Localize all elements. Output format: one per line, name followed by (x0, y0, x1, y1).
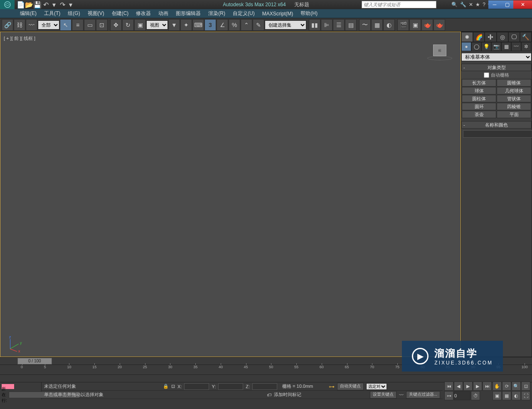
render-frame-icon[interactable]: ▣ (409, 19, 421, 31)
layer-manager-icon[interactable]: ☰ (333, 19, 345, 31)
teapot-button[interactable]: 茶壶 (462, 111, 496, 118)
app-menu-button[interactable] (0, 0, 15, 9)
menu-rendering[interactable]: 渲染(R) (208, 10, 225, 17)
schematic-view-icon[interactable]: ▦ (371, 19, 383, 31)
new-icon[interactable]: 📄 (17, 1, 25, 8)
star-icon[interactable]: ★ (475, 2, 480, 7)
binoculars-icon[interactable]: 🔍 (451, 2, 458, 7)
lock-icon[interactable]: 🔒 (163, 384, 169, 389)
cameras-icon[interactable]: 📷 (491, 42, 501, 51)
align-icon[interactable]: ⊫ (321, 19, 332, 31)
viewport-label[interactable]: [ + ][ 前 ][ 线框 ] (4, 35, 35, 42)
mirror-icon[interactable]: ▮▮ (309, 19, 320, 31)
systems-icon[interactable]: ✲ (521, 42, 531, 51)
arc-rotate-icon[interactable]: ⟳ (502, 382, 511, 391)
current-frame-input[interactable] (454, 391, 470, 400)
render-icon[interactable]: 🫖 (421, 19, 433, 31)
play-icon[interactable]: ▶ (463, 382, 473, 391)
hierarchy-tab-icon[interactable]: 🕂 (485, 32, 496, 42)
menu-help[interactable]: 帮助(H) (300, 10, 318, 17)
x-input[interactable] (184, 383, 209, 390)
bind-space-warp-icon[interactable]: 〰 (26, 19, 37, 31)
viewport[interactable]: [ + ][ 前 ][ 线框 ] 前 z y x (0, 32, 461, 357)
save-icon[interactable]: 💾 (34, 1, 41, 8)
helpers-icon[interactable]: ▦ (501, 42, 511, 51)
menu-group[interactable]: 组(G) (68, 10, 80, 17)
time-slider-thumb[interactable]: 0 / 100 (17, 358, 52, 364)
rollout-object-type[interactable]: -对象类型 (461, 64, 532, 71)
plane-button[interactable]: 平面 (497, 111, 531, 118)
rectangle-select-icon[interactable]: ▭ (84, 19, 96, 31)
menu-graph-editors[interactable]: 图形编辑器 (176, 10, 201, 17)
redo-icon[interactable]: ↷ (59, 1, 66, 8)
unlink-icon[interactable]: ⛓ (14, 19, 25, 31)
menu-views[interactable]: 视图(V) (88, 10, 104, 17)
search-input[interactable] (362, 1, 436, 8)
redo-dropdown-icon[interactable]: ▾ (67, 1, 74, 8)
exchange-icon[interactable]: ✕ (469, 2, 473, 7)
key-mode-combo[interactable]: 选定对 (366, 383, 387, 390)
select-object-icon[interactable]: ↖ (60, 19, 71, 31)
time-tag-icon[interactable]: 🏷 (267, 392, 271, 397)
edit-named-sel-icon[interactable]: ✎ (253, 19, 264, 31)
object-name-input[interactable] (463, 130, 532, 138)
goto-start-icon[interactable]: ⏮ (444, 382, 453, 391)
tube-button[interactable]: 管状体 (497, 95, 531, 102)
selection-filter-combo[interactable]: 全部 (38, 20, 59, 30)
zoom-icon[interactable]: 🔍 (512, 382, 521, 391)
shapes-icon[interactable]: ◯ (471, 42, 481, 51)
manipulate-icon[interactable]: ✦ (180, 19, 192, 31)
spinner-snap-icon[interactable]: ⌃ (241, 19, 252, 31)
primitive-category-combo[interactable]: 标准基本体 (461, 53, 532, 61)
set-key-button[interactable]: 设置关键点 (370, 391, 397, 399)
space-warps-icon[interactable]: 〰 (511, 42, 521, 51)
torus-button[interactable]: 圆环 (462, 103, 496, 110)
help-icon[interactable]: ? (483, 2, 485, 7)
reference-coord-combo[interactable]: 视图 (146, 20, 168, 30)
create-tab-icon[interactable]: ✹ (461, 32, 473, 42)
undo-icon[interactable]: ↶ (42, 1, 49, 8)
named-selection-combo[interactable]: 创建选择集 (265, 20, 306, 30)
geometry-icon[interactable]: ● (461, 42, 471, 51)
close-button[interactable]: ✕ (513, 0, 532, 9)
autogrid-checkbox[interactable] (484, 72, 489, 78)
keyboard-shortcut-icon[interactable]: ⌨ (192, 19, 204, 31)
percent-snap-icon[interactable]: % (229, 19, 240, 31)
move-icon[interactable]: ✥ (110, 19, 122, 31)
menu-modifiers[interactable]: 修改器 (136, 10, 151, 17)
time-config-icon[interactable]: ⏱ (471, 391, 480, 400)
undo-dropdown-icon[interactable]: ▾ (50, 1, 58, 8)
key-filters-button[interactable]: 关键点过滤器... (406, 391, 440, 399)
add-time-tag[interactable]: 添加时间标记 (274, 392, 301, 398)
fov-icon[interactable]: ◐ (512, 391, 521, 400)
modify-tab-icon[interactable]: 🌈 (473, 32, 485, 42)
max-viewport-icon[interactable]: ⛶ (521, 391, 530, 400)
zoom-extents-icon[interactable]: ▣ (493, 391, 502, 400)
angle-snap-icon[interactable]: ∠ (217, 19, 228, 31)
pyramid-button[interactable]: 四棱锥 (497, 103, 531, 110)
isolate-icon[interactable]: ⊡ (171, 384, 175, 389)
viewcube-face[interactable]: 前 (433, 45, 446, 56)
display-tab-icon[interactable]: 🖵 (508, 32, 520, 42)
rotate-icon[interactable]: ↻ (122, 19, 134, 31)
cylinder-button[interactable]: 圆柱体 (462, 95, 496, 102)
link-icon[interactable]: 🔗 (2, 19, 13, 31)
menu-edit[interactable]: 编辑(E) (20, 10, 37, 17)
select-by-name-icon[interactable]: ≡ (72, 19, 84, 31)
menu-animation[interactable]: 动画 (158, 10, 168, 17)
maximize-button[interactable]: ▢ (501, 0, 513, 9)
next-frame-icon[interactable]: ▶ (473, 382, 482, 391)
window-crossing-icon[interactable]: ⊡ (96, 19, 108, 31)
render-production-icon[interactable]: 🫖 (433, 19, 445, 31)
auto-key-button[interactable]: 自动关键点 (337, 383, 364, 390)
minimize-button[interactable]: ─ (488, 0, 501, 9)
utilities-tab-icon[interactable]: 🔨 (520, 32, 532, 42)
zoom-extents-all-icon[interactable]: ▦ (502, 391, 511, 400)
prev-frame-icon[interactable]: ◀ (454, 382, 463, 391)
render-setup-icon[interactable]: 🎬 (397, 19, 409, 31)
wrench-icon[interactable]: 🔧 (460, 2, 466, 7)
key-mode-icon[interactable]: ⊶ (444, 391, 453, 400)
pivot-center-icon[interactable]: ▼ (168, 19, 180, 31)
graphite-ribbon-icon[interactable]: ▤ (345, 19, 357, 31)
zoom-all-icon[interactable]: ⊡ (521, 382, 530, 391)
